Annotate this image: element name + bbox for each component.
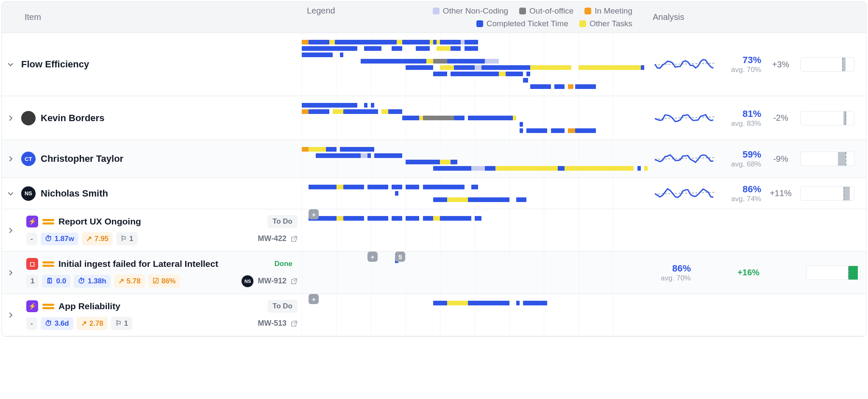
analysis-avg: avg. 70% — [661, 274, 691, 283]
analysis-cell: 73% avg. 70% +3% — [648, 33, 866, 96]
gantt-chart — [302, 140, 648, 177]
delta-bar — [806, 266, 860, 280]
status-badge[interactable]: To Do — [267, 300, 298, 313]
ticket-item: ◻ Initial ingest failed for Lateral Inte… — [19, 252, 302, 294]
ticket-type-icon: ⚡ — [26, 300, 38, 312]
legend-item: Completed Ticket Time — [476, 19, 568, 28]
row-person: Kevin Borders — [19, 96, 302, 140]
table-row: Kevin Borders 81% avg. 83% -2% — [2, 96, 866, 140]
analysis-delta: +16% — [736, 268, 761, 277]
chip-icon: ⏱ — [45, 319, 52, 328]
chevron-right-icon — [7, 227, 14, 234]
chip-row: 1🗓0.0⏱1.38h↗5.78☑86% — [26, 274, 180, 288]
delta-bar — [800, 57, 854, 72]
ticket-id[interactable]: MW-513 — [258, 319, 287, 328]
metric-chip[interactable]: ☑86% — [148, 274, 180, 288]
header-spacer — [2, 2, 19, 33]
header-item: Item — [19, 2, 302, 33]
ticket-title[interactable]: Initial ingest failed for Lateral Intell… — [58, 259, 218, 269]
ticket-type-icon: ⚡ — [26, 216, 38, 227]
chevron-right-icon — [7, 312, 14, 319]
status-badge[interactable]: Done — [270, 258, 298, 270]
expand-toggle[interactable] — [2, 140, 19, 177]
legend-swatch — [433, 8, 440, 14]
external-link-icon[interactable] — [291, 278, 298, 285]
ticket-title[interactable]: Report UX Ongoing — [58, 216, 141, 227]
chip-value: 1 — [129, 235, 133, 243]
analysis-pct: 86% — [672, 263, 691, 274]
analysis-delta: +11% — [768, 188, 793, 198]
sparkline — [654, 149, 717, 169]
chip-value: 2.78 — [89, 319, 103, 328]
expand-toggle[interactable] — [2, 294, 19, 336]
legend-item: Other Non-Coding — [433, 6, 508, 16]
external-link-icon[interactable] — [291, 320, 298, 327]
metric-chip[interactable]: ⏱1.87w — [41, 233, 78, 245]
ticket-row: ⚡ App Reliability To Do -⏱3.6d↗2.78⚐1 MW… — [2, 294, 866, 336]
table-row: Flow Efficiency 73% avg. 70% +3% — [2, 33, 866, 96]
analysis-avg: avg. 68% — [731, 160, 761, 169]
legend-label: Other Non-Coding — [443, 6, 508, 16]
chip-value: 7.95 — [95, 235, 108, 243]
expand-toggle[interactable] — [2, 252, 19, 294]
gantt-chart: + — [302, 209, 648, 251]
legend-label: In Meeting — [595, 6, 632, 16]
metric-chip[interactable]: - — [26, 317, 37, 330]
ticket-ref: MW-513 — [258, 319, 298, 328]
expand-toggle[interactable] — [2, 33, 19, 96]
ticket-ref: NS MW-912 — [242, 275, 298, 287]
chip-row: -⏱1.87w↗7.95⚐1 — [26, 232, 138, 245]
analysis-cell: 81% avg. 83% -2% — [648, 96, 866, 140]
legend-swatch — [519, 8, 526, 14]
header-analysis: Analysis — [648, 2, 866, 33]
legend-swatch — [476, 20, 483, 27]
ticket-id[interactable]: MW-912 — [258, 277, 287, 285]
expand-toggle[interactable] — [2, 209, 19, 251]
metric-chip[interactable]: ⚐1 — [111, 317, 132, 330]
external-link-icon[interactable] — [291, 236, 298, 242]
ticket-type-icon: ◻ — [26, 258, 38, 270]
ticket-item: ⚡ Report UX Ongoing To Do -⏱1.87w↗7.95⚐1… — [19, 209, 302, 251]
sparkline — [654, 108, 717, 128]
priority-icon — [42, 302, 54, 310]
chip-icon: 🗓 — [46, 277, 53, 285]
table-row: NS Nicholas Smith 86% avg. 74% +11% — [2, 178, 866, 209]
legend-label: Completed Ticket Time — [487, 19, 568, 28]
metric-chip[interactable]: 🗓0.0 — [42, 275, 70, 288]
metric-chip[interactable]: - — [26, 233, 37, 245]
metric-chip[interactable]: ↗2.78 — [77, 317, 108, 330]
gantt-chart — [302, 178, 648, 209]
expand-toggle[interactable] — [2, 178, 19, 209]
ticket-id[interactable]: MW-422 — [258, 234, 287, 243]
legend-title: Legend — [307, 6, 335, 16]
analysis-pct: 81% — [743, 108, 761, 119]
ticket-title[interactable]: App Reliability — [58, 301, 120, 311]
chip-row: -⏱3.6d↗2.78⚐1 — [26, 317, 132, 330]
chip-value: 1 — [124, 319, 128, 328]
status-badge[interactable]: To Do — [267, 215, 298, 228]
metric-chip[interactable]: ↗5.78 — [114, 274, 145, 288]
delta-bar — [800, 152, 854, 166]
chevron-right-icon — [7, 269, 14, 276]
report-table: Item LegendOther Non-CodingOut-of-office… — [1, 1, 867, 337]
metric-chip[interactable]: ⏱3.6d — [41, 317, 73, 330]
assignee-avatar[interactable]: NS — [242, 275, 253, 287]
analysis-pct: 59% — [743, 149, 761, 160]
metric-chip[interactable]: ↗7.95 — [82, 232, 113, 245]
chip-icon: ⚐ — [120, 234, 127, 243]
legend-swatch — [584, 8, 591, 14]
legend-item: Out-of-office — [519, 6, 573, 16]
chip-icon: ⏱ — [45, 235, 52, 243]
chip-icon: ↗ — [118, 277, 124, 285]
expand-toggle[interactable] — [2, 96, 19, 140]
analysis-delta: -9% — [768, 154, 793, 164]
legend-item: Other Tasks — [579, 19, 632, 28]
metric-chip[interactable]: ⏱1.38h — [74, 275, 110, 288]
chevron-right-icon — [7, 115, 14, 122]
legend-label: Out-of-office — [529, 6, 573, 16]
gantt-chart — [302, 96, 648, 140]
metric-chip[interactable]: ⚐1 — [116, 232, 137, 245]
header-legend: LegendOther Non-CodingOut-of-officeIn Me… — [302, 2, 648, 33]
metric-chip[interactable]: 1 — [26, 275, 39, 288]
analysis-avg: avg. 83% — [731, 119, 761, 128]
